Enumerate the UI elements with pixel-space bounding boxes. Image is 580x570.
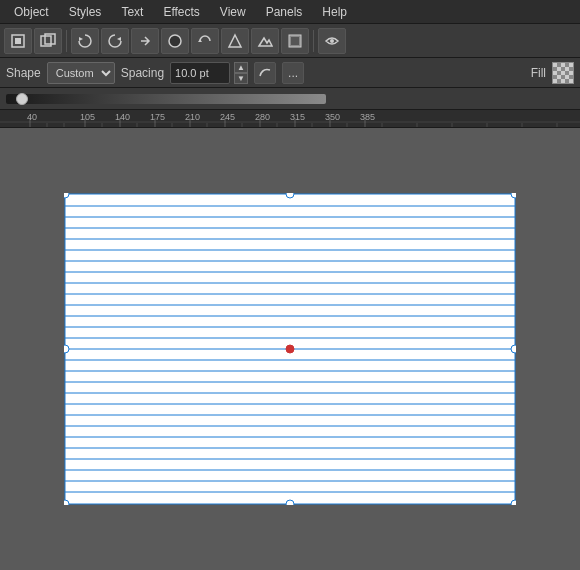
more-dots: ... — [288, 66, 298, 80]
svg-marker-8 — [229, 35, 241, 47]
tool-btn-11[interactable] — [318, 28, 346, 54]
menu-view[interactable]: View — [210, 3, 256, 21]
slider-row — [0, 88, 580, 110]
spacing-label: Spacing — [121, 66, 164, 80]
separator-2 — [313, 30, 314, 52]
svg-text:245: 245 — [220, 112, 235, 122]
spacing-input[interactable] — [170, 62, 230, 84]
ruler: 40 105 140 175 210 245 280 315 350 385 — [0, 110, 580, 128]
curve-icon[interactable] — [254, 62, 276, 84]
svg-rect-1 — [15, 38, 21, 44]
canvas-area — [0, 128, 580, 570]
svg-text:140: 140 — [115, 112, 130, 122]
striped-canvas[interactable] — [64, 193, 516, 505]
canvas-container — [64, 193, 516, 505]
svg-text:315: 315 — [290, 112, 305, 122]
svg-text:385: 385 — [360, 112, 375, 122]
tool-btn-2[interactable] — [34, 28, 62, 54]
menu-bar: Object Styles Text Effects View Panels H… — [0, 0, 580, 24]
tool-btn-10[interactable] — [281, 28, 309, 54]
tool-btn-9[interactable] — [251, 28, 279, 54]
tool-btn-1[interactable] — [4, 28, 32, 54]
svg-text:175: 175 — [150, 112, 165, 122]
more-options-btn[interactable]: ... — [282, 62, 304, 84]
menu-effects[interactable]: Effects — [153, 3, 209, 21]
fill-checker[interactable] — [552, 62, 574, 84]
toolbar-row1 — [0, 24, 580, 58]
tool-btn-7[interactable] — [191, 28, 219, 54]
slider-thumb[interactable] — [16, 93, 28, 105]
slider-track[interactable] — [6, 94, 326, 104]
handle-top-center — [286, 193, 294, 198]
spacing-input-group: ▲ ▼ — [170, 62, 248, 84]
menu-object[interactable]: Object — [4, 3, 59, 21]
fill-label: Fill — [531, 66, 546, 80]
spacing-down[interactable]: ▼ — [234, 73, 248, 84]
svg-marker-4 — [79, 37, 83, 41]
svg-text:105: 105 — [80, 112, 95, 122]
shape-label: Shape — [6, 66, 41, 80]
menu-styles[interactable]: Styles — [59, 3, 112, 21]
spacing-up[interactable]: ▲ — [234, 62, 248, 73]
ruler-svg: 40 105 140 175 210 245 280 315 350 385 — [0, 110, 580, 128]
toolbar-row2: Shape Custom Linear Radial Spacing ▲ ▼ .… — [0, 58, 580, 88]
svg-text:40: 40 — [27, 112, 37, 122]
svg-point-6 — [169, 35, 181, 47]
svg-marker-7 — [198, 39, 202, 42]
handle-mid-left — [64, 345, 69, 353]
handle-bottom-center — [286, 500, 294, 505]
tool-btn-8[interactable] — [221, 28, 249, 54]
shape-select[interactable]: Custom Linear Radial — [47, 62, 115, 84]
tool-btn-4[interactable] — [101, 28, 129, 54]
svg-text:280: 280 — [255, 112, 270, 122]
handle-mid-right — [511, 345, 516, 353]
spacing-spinners: ▲ ▼ — [234, 62, 248, 84]
menu-panels[interactable]: Panels — [256, 3, 313, 21]
svg-rect-10 — [291, 37, 299, 45]
menu-text[interactable]: Text — [111, 3, 153, 21]
svg-point-11 — [330, 39, 334, 43]
svg-text:350: 350 — [325, 112, 340, 122]
tool-btn-5[interactable] — [131, 28, 159, 54]
separator-1 — [66, 30, 67, 52]
tool-btn-6[interactable] — [161, 28, 189, 54]
menu-help[interactable]: Help — [312, 3, 357, 21]
svg-text:210: 210 — [185, 112, 200, 122]
tool-btn-3[interactable] — [71, 28, 99, 54]
handle-mid-center — [286, 345, 294, 353]
svg-marker-5 — [117, 37, 121, 41]
